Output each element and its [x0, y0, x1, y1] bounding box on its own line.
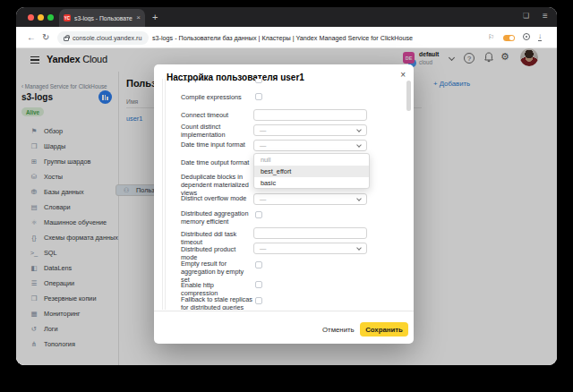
download-icon[interactable]: ↓: [538, 32, 542, 41]
field-label: Compile: [181, 79, 252, 83]
empty-result-for-aggregation-checkbox[interactable]: [255, 261, 262, 268]
enable-http-compression-checkbox[interactable]: [255, 281, 262, 288]
field-label: Date time input format: [181, 141, 252, 149]
new-tab-button[interactable]: +: [152, 11, 158, 23]
window-minimize-button[interactable]: [38, 14, 44, 21]
count-distinct-implementation-select[interactable]: —: [253, 124, 367, 136]
distributed-aggregation-memory-efficient-checkbox[interactable]: [255, 211, 262, 218]
tab-close-icon[interactable]: ×: [136, 14, 141, 21]
browser-tabstrip: YC s3-logs - Пользовате × + ❏ ≡: [16, 7, 557, 27]
user-settings-modal: Настройка пользователя user1 × Compile C…: [154, 64, 414, 344]
tabs-panel-icon[interactable]: ❏: [523, 12, 529, 20]
modal-left-scroll-track: [162, 79, 166, 310]
field-label: Distinct overflow mode: [181, 195, 252, 203]
field-label: Connect timeout: [181, 112, 252, 120]
dropdown-option-best-effort[interactable]: best_effort: [254, 166, 369, 177]
field-label: Date time output format: [181, 159, 252, 167]
field-label: Distributed aggregation memory efficient: [181, 210, 252, 226]
chevron-down-icon: [356, 245, 362, 251]
address-page-title: s3-logs - Пользователи баз данных | Клас…: [152, 34, 475, 42]
field-label: Distributed ddl task timeout: [181, 231, 252, 247]
chevron-down-icon: [356, 142, 362, 148]
window-zoom-button[interactable]: [47, 14, 54, 21]
field-label: Compile expressions: [181, 94, 252, 102]
date-time-input-format-dropdown: null best_effort basic: [253, 153, 370, 189]
save-button[interactable]: Сохранить: [360, 322, 408, 337]
desktop: YC s3-logs - Пользовате × + ❏ ≡ ← ↻ cons…: [0, 0, 573, 392]
reload-icon[interactable]: ↻: [42, 32, 49, 43]
distributed-product-mode-select[interactable]: —: [253, 243, 367, 254]
cancel-button[interactable]: Отменить: [317, 322, 360, 337]
bookmark-icon[interactable]: ⚐: [488, 33, 494, 41]
distinct-overflow-mode-select[interactable]: —: [253, 193, 367, 205]
fallback-to-stale-replicas-checkbox[interactable]: [255, 297, 262, 304]
browser-toolbar: ← ↻ console.cloud.yandex.ru s3-logs - По…: [16, 27, 557, 48]
connect-timeout-input[interactable]: [253, 109, 367, 121]
distributed-ddl-task-timeout-input[interactable]: [253, 227, 367, 239]
lock-icon: [64, 37, 69, 41]
date-time-input-format-select[interactable]: —: [253, 140, 367, 151]
browser-window: YC s3-logs - Пользовате × + ❏ ≡ ← ↻ cons…: [16, 7, 557, 365]
extension-toggle-icon[interactable]: [503, 35, 515, 42]
chevron-down-icon: [356, 127, 362, 132]
chevron-down-icon: [356, 196, 362, 201]
url-bar[interactable]: console.cloud.yandex.ru: [57, 31, 149, 45]
modal-body: Compile Compile expressions Connect time…: [154, 79, 414, 310]
modal-footer-divider: [154, 311, 414, 311]
tab-title: s3-logs - Пользовате: [74, 15, 133, 21]
field-label: Fallback to stale replicas for distribut…: [181, 296, 252, 310]
compile-checkbox[interactable]: [255, 79, 262, 83]
back-icon[interactable]: ←: [27, 32, 36, 43]
field-label: Count distinct implementation: [181, 124, 252, 140]
window-close-button[interactable]: [28, 14, 34, 21]
modal-scrollbar-thumb[interactable]: [406, 81, 411, 111]
browser-menu-icon[interactable]: ≡: [543, 11, 548, 21]
dropdown-option-null[interactable]: null: [254, 154, 369, 166]
extensions-icon[interactable]: [523, 33, 530, 40]
dropdown-option-basic[interactable]: basic: [254, 177, 369, 189]
url-domain: console.cloud.yandex.ru: [73, 34, 142, 42]
browser-tab[interactable]: YC s3-logs - Пользовате ×: [59, 9, 145, 27]
tab-favicon: YC: [64, 14, 71, 21]
compile-expressions-checkbox[interactable]: [255, 93, 262, 100]
